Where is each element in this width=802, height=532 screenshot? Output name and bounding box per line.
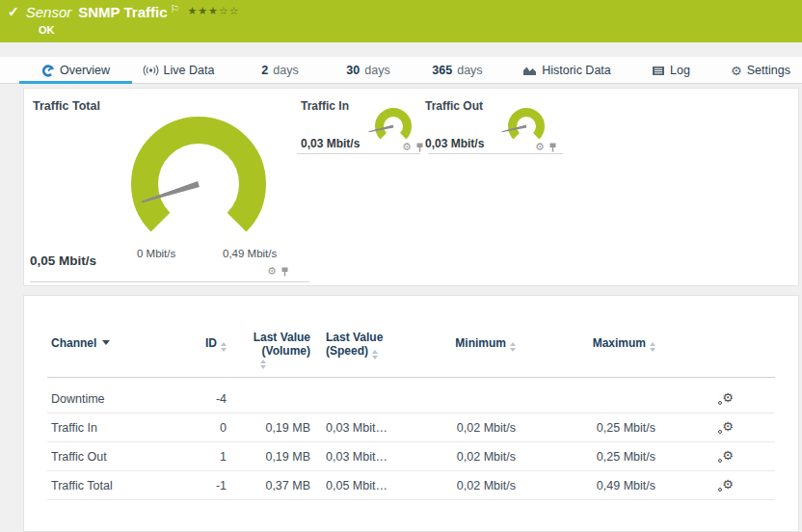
gauge-current-value: 0,03 Mbit/s — [301, 137, 360, 150]
tab-365-days[interactable]: 365 days — [426, 57, 489, 84]
channel-id: 0 — [169, 421, 227, 435]
table-row[interactable]: Traffic In 0 0,19 MB 0,03 Mbit… 0,02 Mbi… — [24, 413, 798, 442]
sort-arrows-icon — [510, 342, 516, 352]
column-header-maximum[interactable]: Maximum — [549, 336, 655, 352]
tab-2-days[interactable]: 2 days — [254, 57, 307, 84]
last-value-speed: 0,03 Mbit… — [326, 421, 388, 435]
gauge-title-traffic-out: Traffic Out — [425, 99, 483, 113]
widget-underline — [297, 153, 420, 154]
tab-label-number: 30 — [346, 64, 360, 77]
last-value-volume: 0,19 MB — [241, 421, 310, 435]
table-row[interactable]: Traffic Out 1 0,19 MB 0,03 Mbit… 0,02 Mb… — [24, 442, 798, 471]
channel-id: 1 — [169, 450, 227, 464]
sort-arrows-icon — [372, 350, 378, 359]
channel-name: Traffic In — [51, 421, 97, 435]
pin-icon[interactable] — [548, 143, 557, 152]
channel-settings-icon[interactable]: ⚙ — [722, 448, 734, 463]
sort-arrows-icon — [221, 342, 227, 352]
column-header-minimum[interactable]: Minimum — [410, 336, 516, 352]
traffic-total-gauge — [126, 117, 271, 252]
column-header-last-speed[interactable]: Last Value (Speed) — [326, 331, 393, 359]
gauge-scale-max: 0,49 Mbit/s — [223, 248, 277, 259]
column-header-channel[interactable]: Channel — [51, 336, 110, 350]
page-title: SNMP Traffic — [78, 4, 167, 20]
last-value-speed: 0,03 Mbit… — [326, 450, 388, 464]
widget-underline — [428, 153, 563, 154]
gear-icon: ⚙ — [731, 64, 742, 78]
tab-label: Historic Data — [542, 64, 611, 77]
tab-live-data[interactable]: Live Data — [140, 57, 217, 84]
channel-name: Traffic Out — [51, 450, 107, 464]
gauge-icon — [41, 64, 55, 77]
gauge-current-value: 0,05 Mbit/s — [30, 253, 96, 268]
tab-log[interactable]: Log — [648, 57, 694, 84]
priority-stars[interactable]: ★★★☆☆ — [187, 5, 239, 17]
widget-underline — [30, 281, 309, 282]
sort-arrows-icon — [650, 342, 655, 352]
header-divider — [47, 377, 775, 378]
tab-label-number: 365 — [432, 64, 452, 77]
tab-label: Log — [670, 64, 690, 77]
tab-historic-data[interactable]: Historic Data — [519, 57, 615, 84]
tab-label: Settings — [747, 64, 790, 77]
channel-name: Downtime — [51, 392, 105, 406]
maximum-value: 0,49 Mbit/s — [549, 479, 655, 492]
tab-30-days[interactable]: 30 days — [340, 57, 396, 84]
tab-label: Overview — [60, 64, 110, 77]
last-value-volume: 0,37 MB — [241, 479, 310, 492]
sort-arrows-icon — [241, 359, 285, 369]
pin-icon[interactable] — [415, 143, 424, 152]
column-header-last-volume[interactable]: Last Value (Volume) — [241, 331, 310, 369]
gauge-title-traffic-in: Traffic In — [301, 99, 349, 113]
flag-icon[interactable]: ⚐ — [171, 3, 180, 15]
widget-actions: ⚙ — [267, 265, 289, 278]
tab-label: Live Data — [164, 64, 215, 77]
table-row[interactable]: Downtime -4 ⚙ — [24, 385, 798, 413]
last-value-speed: 0,05 Mbit… — [326, 479, 388, 492]
sensor-header: ✓ Sensor SNMP Traffic ⚐ ★★★☆☆ OK — [0, 0, 802, 42]
maximum-value: 0,25 Mbit/s — [549, 450, 655, 464]
log-icon — [652, 66, 665, 76]
gauge-current-value: 0,03 Mbit/s — [425, 137, 484, 150]
widget-gear-icon[interactable]: ⚙ — [402, 141, 412, 153]
chart-icon — [522, 66, 537, 76]
channel-id: -1 — [169, 479, 227, 492]
minimum-value: 0,02 Mbit/s — [410, 421, 516, 435]
pin-icon[interactable] — [281, 267, 289, 277]
channel-settings-icon[interactable]: ⚙ — [722, 477, 734, 492]
row-divider — [47, 499, 775, 500]
channels-table-panel: Channel ID Last Value (Volume) Last Valu… — [23, 295, 799, 532]
tab-bar: Overview Live Data 2 days 30 days 365 da… — [0, 57, 802, 84]
channel-settings-icon[interactable]: ⚙ — [722, 390, 734, 405]
sort-caret-icon — [102, 340, 110, 345]
channel-id: -4 — [169, 392, 227, 406]
overview-gauges-panel: Traffic Total 0 Mbit/s 0,49 Mbit/s 0,05 … — [23, 88, 799, 286]
minimum-value: 0,02 Mbit/s — [410, 479, 516, 492]
column-header-id[interactable]: ID — [169, 336, 227, 352]
tab-label-unit: days — [364, 64, 389, 77]
tab-label-unit: days — [273, 64, 298, 77]
widget-actions: ⚙ — [402, 141, 424, 153]
tab-label-number: 2 — [261, 64, 268, 77]
status-badge: OK — [39, 24, 55, 36]
maximum-value: 0,25 Mbit/s — [549, 421, 655, 435]
status-check-icon: ✓ — [8, 4, 19, 19]
tab-settings[interactable]: ⚙ Settings — [726, 57, 795, 84]
tab-label-unit: days — [457, 64, 482, 77]
minimum-value: 0,02 Mbit/s — [410, 450, 516, 464]
tab-overview[interactable]: Overview — [19, 57, 132, 84]
object-kind-label: Sensor — [26, 4, 72, 20]
channel-name: Traffic Total — [51, 479, 113, 492]
widget-actions: ⚙ — [535, 141, 557, 153]
broadcast-icon — [143, 65, 159, 76]
widget-gear-icon[interactable]: ⚙ — [535, 141, 545, 153]
widget-gear-icon[interactable]: ⚙ — [267, 265, 277, 278]
gauge-title-traffic-total: Traffic Total — [33, 99, 100, 113]
table-row[interactable]: Traffic Total -1 0,37 MB 0,05 Mbit… 0,02… — [24, 471, 798, 500]
gauge-scale-min: 0 Mbit/s — [137, 248, 175, 259]
last-value-volume: 0,19 MB — [241, 450, 310, 464]
channel-settings-icon[interactable]: ⚙ — [722, 419, 734, 434]
